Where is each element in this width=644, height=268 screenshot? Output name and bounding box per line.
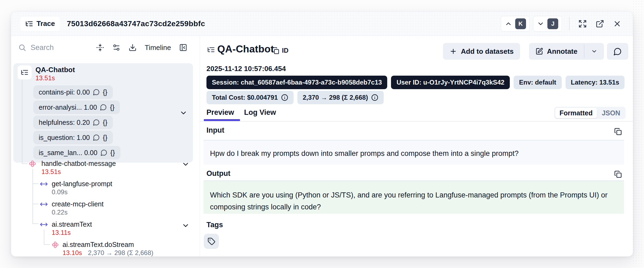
input-section-heading: Input [206,126,224,135]
observation-detail-panel: QA-Chatbot ID Add to datasets Annotate [200,36,633,256]
node-label: get-langfuse-prompt [52,179,112,188]
add-to-datasets-label: Add to datasets [461,47,514,56]
observation-tree: QA-Chatbot 13.51s contains-pii: 0.00 {} … [11,59,200,256]
latency-badge: Latency: 13.51s [566,76,625,89]
tree-node-get-langfuse-prompt[interactable]: get-langfuse-prompt 0.09s [52,179,112,196]
download-button[interactable] [129,43,137,52]
maximize-button[interactable] [576,17,589,30]
dialog-body: Timeline [11,36,633,256]
chevron-down-icon [182,222,190,230]
node-duration: 0.22s [52,208,104,216]
page-title: QA-Chatbot [217,43,274,55]
trace-id: 75013d62668a43747ac73cd2e259bbfc [67,19,205,28]
token-usage-badge[interactable]: 2,370 → 298 (Σ 2,668) [297,91,384,104]
download-icon [129,43,137,52]
open-external-button[interactable] [593,17,606,30]
score-metadata: {} [110,103,114,111]
span-icon [40,220,48,229]
tree-node-create-mcp-client[interactable]: create-mcp-client 0.22s [52,200,104,216]
active-tab-indicator [204,119,240,121]
chevron-down-icon [182,160,190,168]
page-background-pattern [632,0,644,268]
score-badge[interactable]: helpfulness: 0.20 {} [33,116,113,129]
dialog-topbar: Trace 75013d62668a43747ac73cd2e259bbfc K… [11,12,633,36]
node-duration: 13.11s [52,229,92,237]
score-metadata: {} [110,149,115,157]
tree-connector [32,183,38,184]
score-badge[interactable]: contains-pii: 0.00 {} [33,85,113,99]
tree-tool-buttons: Timeline [96,43,187,52]
node-label: ai.streamText [52,220,92,229]
metadata-badges-row-1: Session: chat_60587aef-6baa-4973-a73c-b9… [206,76,625,89]
score-text: error-analysi... 1.00 [39,103,97,111]
add-to-datasets-button[interactable]: Add to datasets [443,43,520,60]
tree-connector [22,163,27,164]
score-badge[interactable]: is_same_lan... 0.00 {} [33,146,120,159]
tree-node-ai-streamtext[interactable]: ai.streamText 13.11s [52,220,92,237]
previous-trace-button[interactable]: K [501,16,530,32]
annotate-split-button: Annotate [529,43,604,60]
span-icon [40,180,48,188]
comment-bubble-icon [613,47,622,56]
collapse-panel-button[interactable] [179,43,187,52]
collapse-node-chevron[interactable] [182,160,190,168]
view-settings-button[interactable] [112,43,120,52]
collapse-observations-button[interactable] [96,43,104,52]
chevron-down-icon [591,48,597,55]
copy-id-button[interactable]: ID [272,47,288,54]
list-tree-icon [18,65,32,79]
copy-output-button[interactable] [614,170,622,178]
comments-button[interactable] [607,43,628,60]
annotate-dropdown-button[interactable] [584,43,604,60]
tabs-divider [200,121,633,122]
plus-icon [449,48,457,55]
chevron-down-icon [179,109,188,117]
copy-icon [614,170,622,178]
user-id-badge[interactable]: User ID: u-O1rJy-YrtNCP4i7q3kS42 [391,76,510,89]
chevron-up-icon [505,20,512,28]
score-metadata: {} [103,134,107,142]
id-label: ID [282,47,288,54]
node-duration: 13.51s [41,168,116,176]
score-metadata: {} [103,119,107,126]
comment-bubble-icon [100,149,107,156]
comment-bubble-icon [93,119,100,126]
comment-bubble-icon [93,134,100,141]
score-metadata: {} [103,88,107,96]
node-token-usage: 2,370 → 298 (Σ 2,668) [88,249,153,257]
node-label: handle-chatbot-message [41,159,116,168]
tree-connector [22,80,22,164]
toggle-json[interactable]: JSON [597,108,625,118]
node-label: create-mcp-client [52,200,104,208]
session-badge[interactable]: Session: chat_60587aef-6baa-4973-a73c-b9… [206,76,387,89]
collapse-root-chevron[interactable] [179,109,188,117]
trace-peek-dialog: Trace 75013d62668a43747ac73cd2e259bbfc K… [11,11,633,257]
timeline-toggle[interactable]: Timeline [145,43,171,52]
score-text: contains-pii: 0.00 [39,88,90,96]
tab-log-view[interactable]: Log View [244,108,276,117]
list-tree-icon [25,20,33,28]
score-text: is_same_lan... 0.00 [39,149,97,157]
toggle-formatted[interactable]: Formatted [555,108,597,118]
tree-node-ai-streamtext-dostream[interactable]: ai.streamText.doStream 13.10s 2,370 → 29… [63,240,153,257]
score-badge[interactable]: is_question: 1.00 {} [33,131,113,144]
copy-icon [614,128,622,135]
annotate-button[interactable]: Annotate [529,43,584,60]
format-toggle: Formatted JSON [554,107,626,119]
edit-icon [535,48,543,55]
generation-icon [51,241,59,249]
score-badge[interactable]: error-analysi... 1.00 {} [33,100,120,114]
tab-preview[interactable]: Preview [206,108,234,117]
trace-timestamp: 2025-11-12 10:57:06.454 [206,65,286,73]
copy-input-button[interactable] [614,128,622,135]
next-trace-button[interactable]: J [533,16,562,32]
collapse-node-chevron[interactable] [182,222,190,230]
total-cost-badge[interactable]: Total Cost: $0.004791 [206,91,294,104]
tree-node-root-selected[interactable]: QA-Chatbot 13.51s contains-pii: 0.00 {} … [13,63,193,163]
search-input[interactable] [31,43,92,52]
trace-tree-panel: Timeline [11,36,200,256]
tree-node-handle-chatbot-message[interactable]: handle-chatbot-message 13.51s [41,159,116,176]
generation-icon [28,160,37,168]
close-button[interactable] [611,17,624,30]
add-tag-button[interactable] [204,234,219,249]
